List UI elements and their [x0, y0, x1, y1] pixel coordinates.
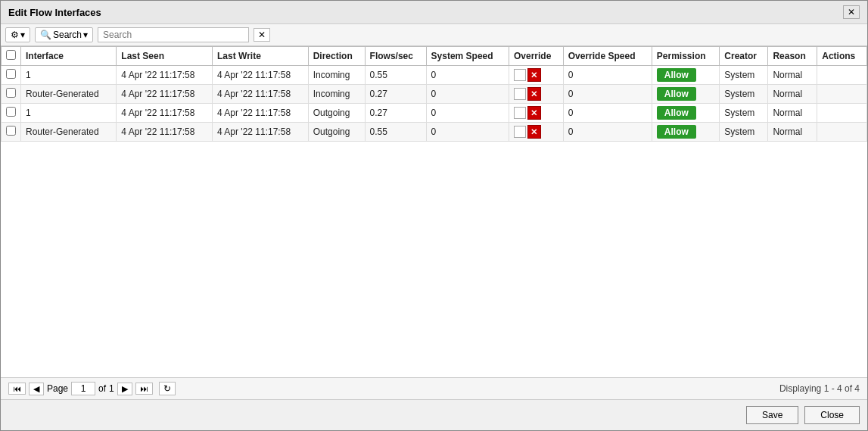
- row-creator: System: [720, 123, 768, 142]
- override-checkbox[interactable]: [514, 107, 526, 119]
- header-reason: Reason: [768, 47, 817, 66]
- header-last-seen: Last Seen: [117, 47, 213, 66]
- prev-page-button[interactable]: ◀: [29, 383, 44, 395]
- header-override: Override: [509, 47, 563, 66]
- header-override-speed: Override Speed: [563, 47, 652, 66]
- search-input[interactable]: [98, 27, 249, 42]
- row-actions: [817, 85, 867, 104]
- row-override-speed: 0: [563, 104, 652, 123]
- row-override-cell: ✕: [509, 66, 563, 85]
- pagination-bar: ⏮ ◀ Page of 1 ▶ ⏭ ↻ Displaying 1 - 4 of …: [1, 377, 867, 399]
- close-button[interactable]: Close: [804, 406, 860, 424]
- row-system-speed: 0: [426, 123, 509, 142]
- row-permission: Allow: [652, 123, 719, 142]
- refresh-button[interactable]: ↻: [159, 382, 176, 395]
- row-override-speed: 0: [563, 66, 652, 85]
- row-flows-sec: 0.55: [365, 66, 426, 85]
- footer-actions: Save Close: [1, 399, 867, 430]
- last-page-button[interactable]: ⏭: [135, 383, 153, 395]
- row-checkbox[interactable]: [6, 107, 16, 117]
- row-interface: Router-Generated: [21, 123, 117, 142]
- gear-button[interactable]: ⚙ ▾: [5, 27, 30, 42]
- main-window: Edit Flow Interfaces ✕ ⚙ ▾ 🔍 Search ▾ ✕ …: [0, 0, 868, 431]
- row-checkbox[interactable]: [6, 69, 16, 79]
- header-direction: Direction: [308, 47, 365, 66]
- row-reason: Normal: [768, 66, 817, 85]
- row-creator: System: [720, 104, 768, 123]
- search-dropdown-icon: ▾: [83, 30, 88, 40]
- clear-search-button[interactable]: ✕: [254, 28, 270, 42]
- override-x-button[interactable]: ✕: [527, 125, 541, 139]
- row-last-write: 4 Apr '22 11:17:58: [213, 123, 309, 142]
- header-creator: Creator: [720, 47, 768, 66]
- row-checkbox[interactable]: [6, 88, 16, 98]
- override-x-button[interactable]: ✕: [527, 106, 541, 120]
- select-all-checkbox[interactable]: [6, 50, 16, 60]
- row-override-speed: 0: [563, 85, 652, 104]
- window-title: Edit Flow Interfaces: [8, 7, 101, 18]
- override-checkbox[interactable]: [514, 88, 526, 100]
- row-direction: Incoming: [308, 66, 365, 85]
- row-system-speed: 0: [426, 85, 509, 104]
- permission-badge: Allow: [657, 87, 696, 101]
- table-row: 1 4 Apr '22 11:17:58 4 Apr '22 11:17:58 …: [2, 104, 867, 123]
- save-button[interactable]: Save: [746, 406, 798, 424]
- row-last-write: 4 Apr '22 11:17:58: [213, 85, 309, 104]
- table-row: Router-Generated 4 Apr '22 11:17:58 4 Ap…: [2, 85, 867, 104]
- row-override-cell: ✕: [509, 123, 563, 142]
- display-count: Displaying 1 - 4 of 4: [779, 383, 860, 394]
- header-last-write: Last Write: [213, 47, 309, 66]
- header-system-speed: System Speed: [426, 47, 509, 66]
- row-last-write: 4 Apr '22 11:17:58: [213, 66, 309, 85]
- page-number-input[interactable]: [71, 382, 95, 395]
- gear-icon: ⚙: [11, 30, 19, 40]
- table-row: 1 4 Apr '22 11:17:58 4 Apr '22 11:17:58 …: [2, 66, 867, 85]
- row-reason: Normal: [768, 104, 817, 123]
- row-system-speed: 0: [426, 66, 509, 85]
- page-label: Page: [47, 383, 68, 394]
- search-icon: 🔍: [40, 30, 51, 40]
- table-container: Interface Last Seen Last Write Direction…: [1, 46, 867, 377]
- row-flows-sec: 0.27: [365, 104, 426, 123]
- row-flows-sec: 0.55: [365, 123, 426, 142]
- row-override-speed: 0: [563, 123, 652, 142]
- row-checkbox-cell: [2, 123, 21, 142]
- row-direction: Outgoing: [308, 104, 365, 123]
- row-creator: System: [720, 66, 768, 85]
- search-mode-button[interactable]: 🔍 Search ▾: [35, 27, 93, 42]
- gear-dropdown-icon: ▾: [20, 30, 25, 40]
- permission-badge: Allow: [657, 125, 696, 139]
- permission-badge: Allow: [657, 106, 696, 120]
- next-page-button[interactable]: ▶: [117, 383, 132, 395]
- row-direction: Outgoing: [308, 123, 365, 142]
- row-checkbox-cell: [2, 85, 21, 104]
- header-actions: Actions: [817, 47, 867, 66]
- search-mode-label: Search: [53, 30, 82, 40]
- row-checkbox[interactable]: [6, 126, 16, 136]
- header-flows-sec: Flows/sec: [365, 47, 426, 66]
- window-close-button[interactable]: ✕: [843, 5, 860, 19]
- permission-badge: Allow: [657, 68, 696, 82]
- toolbar: ⚙ ▾ 🔍 Search ▾ ✕: [1, 24, 867, 46]
- row-permission: Allow: [652, 104, 719, 123]
- override-x-button[interactable]: ✕: [527, 68, 541, 82]
- of-label: of: [98, 383, 106, 394]
- first-page-button[interactable]: ⏮: [8, 383, 26, 395]
- row-permission: Allow: [652, 85, 719, 104]
- row-last-seen: 4 Apr '22 11:17:58: [117, 104, 213, 123]
- row-interface: 1: [21, 66, 117, 85]
- row-override-cell: ✕: [509, 85, 563, 104]
- title-bar: Edit Flow Interfaces ✕: [1, 1, 867, 24]
- row-reason: Normal: [768, 123, 817, 142]
- table-row: Router-Generated 4 Apr '22 11:17:58 4 Ap…: [2, 123, 867, 142]
- row-system-speed: 0: [426, 104, 509, 123]
- override-checkbox[interactable]: [514, 126, 526, 138]
- row-interface: 1: [21, 104, 117, 123]
- override-checkbox[interactable]: [514, 69, 526, 81]
- table-header-row: Interface Last Seen Last Write Direction…: [2, 47, 867, 66]
- row-actions: [817, 104, 867, 123]
- override-x-button[interactable]: ✕: [527, 87, 541, 101]
- row-last-seen: 4 Apr '22 11:17:58: [117, 123, 213, 142]
- header-checkbox-col: [2, 47, 21, 66]
- row-permission: Allow: [652, 66, 719, 85]
